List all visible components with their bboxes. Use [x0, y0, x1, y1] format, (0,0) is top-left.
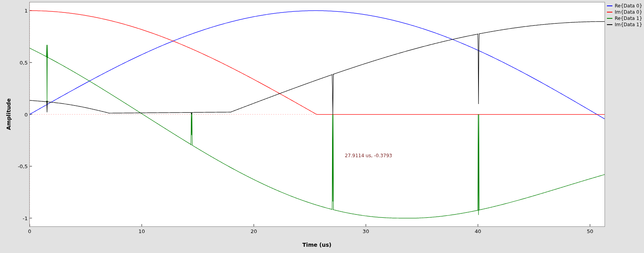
legend-item[interactable]: Im{Data 0} [607, 9, 642, 15]
cursor-annotation: 27.9114 us, -0.3793 [345, 153, 392, 158]
legend-item[interactable]: Re{Data 0} [607, 3, 642, 9]
x-axis-label: Time (us) [302, 242, 331, 248]
series-re-data1 [30, 45, 605, 218]
x-tick-label: 40 [475, 228, 481, 234]
y-axis-label: Amplitude [5, 98, 12, 130]
legend-swatch [607, 12, 612, 13]
legend-swatch [607, 24, 612, 25]
legend-label: Re{Data 0} [615, 3, 642, 9]
legend: Re{Data 0}Im{Data 0}Re{Data 1}Im{Data 1} [607, 3, 642, 28]
x-tick-label: 30 [363, 228, 369, 234]
legend-item[interactable]: Im{Data 1} [607, 22, 642, 27]
x-tick-label: 20 [251, 228, 257, 234]
y-tick-label: 0,5 [18, 59, 28, 65]
series-im-data1 [30, 22, 605, 114]
legend-label: Im{Data 1} [615, 22, 642, 27]
series-im-data0 [30, 11, 605, 114]
y-tick-label: -1 [21, 215, 28, 221]
legend-swatch [607, 5, 612, 6]
plot-area[interactable] [29, 2, 605, 227]
y-tick-label: 1 [23, 8, 28, 14]
x-tick-label: 10 [139, 228, 145, 234]
y-tick-label: 0 [23, 111, 28, 117]
legend-label: Re{Data 1} [615, 16, 642, 21]
chart-container: Time (us) Amplitude Re{Data 0}Im{Data 0}… [0, 0, 644, 253]
plot-svg [30, 2, 605, 226]
legend-label: Im{Data 0} [615, 9, 642, 15]
y-tick-label: -0,5 [15, 163, 28, 169]
x-tick-label: 50 [587, 228, 593, 234]
x-tick-label: 0 [28, 228, 31, 234]
legend-item[interactable]: Re{Data 1} [607, 16, 642, 21]
series-re-data0 [30, 11, 605, 119]
legend-swatch [607, 18, 612, 19]
